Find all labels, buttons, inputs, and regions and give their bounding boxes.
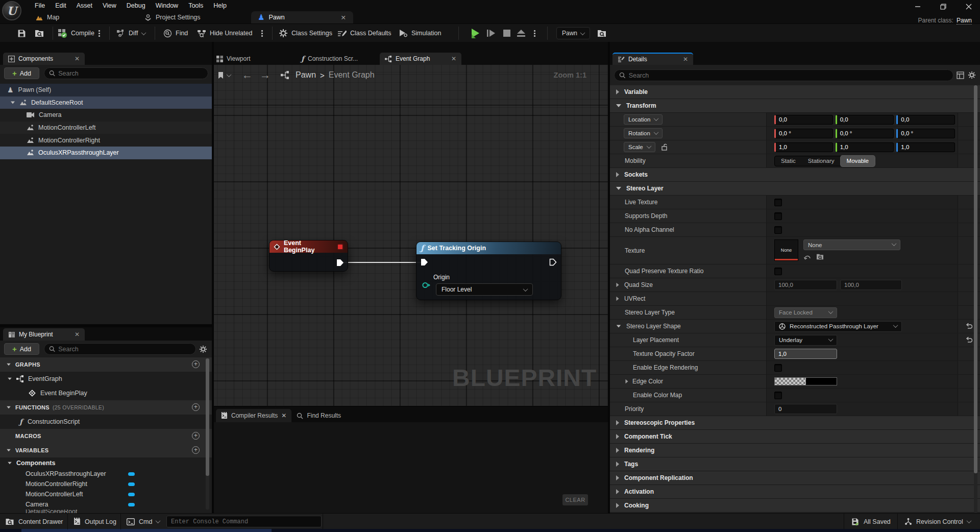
use-selected-icon[interactable] [803, 253, 811, 260]
stereo-layer-shape-dropdown[interactable]: Reconstructed Passthrough Layer [774, 321, 902, 332]
scrollbar[interactable] [206, 358, 209, 510]
scale-x-field[interactable]: 1,0 [774, 142, 833, 152]
location-y-field[interactable]: 0,0 [836, 115, 894, 125]
display-filter-icon[interactable] [957, 71, 964, 79]
stereo-layer-type-dropdown[interactable]: Face Locked [774, 307, 837, 318]
enable-color-map-checkbox[interactable] [774, 392, 782, 399]
graphs-section-header[interactable]: GRAPHS [0, 357, 212, 372]
location-x-field[interactable]: 0,0 [774, 115, 833, 125]
compile-button[interactable]: Compile [58, 24, 94, 42]
tree-row-defaultsceneroot[interactable]: DefaultSceneRoot [0, 96, 212, 109]
menu-debug[interactable]: Debug [121, 0, 151, 11]
constructionscript-row[interactable]: ƒ ConstructionScript [0, 415, 206, 429]
details-search[interactable] [614, 69, 953, 81]
variable-row[interactable]: MotionControllerRight [0, 479, 206, 489]
diff-button[interactable]: Diff [116, 24, 145, 42]
variable-row[interactable]: Camera [0, 499, 206, 510]
variable-visibility-pill[interactable] [128, 493, 135, 496]
close-panel-icon[interactable]: ✕ [75, 55, 80, 62]
rotation-y-field[interactable]: 0,0 ° [836, 129, 894, 138]
mobility-static[interactable]: Static [775, 156, 802, 166]
play-button[interactable] [470, 24, 481, 42]
scale-y-field[interactable]: 1,0 [836, 142, 894, 152]
section-stereoscopic-properties[interactable]: Stereoscopic Properties [610, 416, 980, 430]
close-tab-icon[interactable]: ✕ [451, 55, 456, 62]
lock-open-icon[interactable] [662, 143, 668, 151]
variable-row[interactable]: MotionControllerLeft [0, 489, 206, 499]
nav-back-icon[interactable]: ← [242, 70, 253, 80]
exec-out-pin[interactable] [549, 258, 557, 266]
add-macro-button[interactable]: + [192, 432, 200, 440]
hide-unrelated-button[interactable]: Hide Unrelated [197, 24, 252, 42]
cmd-dropdown[interactable]: Cmd [127, 514, 160, 529]
menu-edit[interactable]: Edit [50, 0, 71, 11]
revision-control-button[interactable]: Revision Control [904, 514, 971, 529]
restore-button[interactable] [940, 4, 946, 10]
add-component-button[interactable]: +Add [4, 67, 39, 79]
variable-visibility-pill[interactable] [128, 482, 135, 486]
scrollbar[interactable] [974, 85, 977, 513]
stop-button[interactable] [503, 24, 511, 42]
tab-pawn[interactable]: ♟ Pawn ✕ [251, 11, 353, 23]
macros-section-header[interactable]: MACROS [0, 429, 212, 443]
close-tab-icon[interactable]: ✕ [341, 14, 353, 21]
scale-type-dropdown[interactable]: Scale [624, 142, 655, 152]
section-cooking[interactable]: Cooking [610, 499, 980, 513]
simulation-button[interactable]: Simulation [399, 24, 441, 42]
close-tab-icon[interactable]: ✕ [281, 412, 286, 419]
menu-help[interactable]: Help [208, 0, 232, 11]
browse-asset-icon[interactable] [816, 253, 824, 260]
close-button[interactable] [966, 4, 972, 10]
tree-row-motioncontrollerright[interactable]: MotionControllerRight [0, 134, 212, 147]
section-stereo-layer[interactable]: Stereo Layer [610, 182, 980, 196]
find-button[interactable]: Find [163, 24, 188, 42]
event-graph-canvas[interactable]: ← → Pawn > Event Graph Zoom 1:1 BLUEPRIN… [214, 65, 608, 407]
details-search-input[interactable] [629, 72, 948, 79]
components-search[interactable] [44, 67, 208, 79]
close-panel-icon[interactable]: ✕ [75, 331, 80, 338]
tab-my-blueprint[interactable]: My Blueprint ✕ [3, 328, 85, 341]
tab-find-results[interactable]: Find Results [291, 409, 346, 422]
class-settings-button[interactable]: Class Settings [279, 24, 332, 42]
browse-pawn-button[interactable] [597, 24, 606, 42]
hide-unrelated-options[interactable] [261, 24, 263, 42]
location-type-dropdown[interactable]: Location [624, 114, 663, 125]
texture-thumbnail[interactable]: None [774, 239, 798, 261]
menu-view[interactable]: View [97, 0, 121, 11]
default-pawn-dropdown[interactable]: Pawn [556, 27, 590, 39]
variables-section-header[interactable]: VARIABLES [0, 443, 212, 457]
variable-row[interactable]: OculusXRPassthroughLayer [0, 469, 206, 479]
play-options[interactable] [534, 24, 535, 42]
breadcrumb-current[interactable]: Event Graph [329, 70, 375, 80]
section-transform[interactable]: Transform [610, 99, 980, 113]
components-category-row[interactable]: Components [0, 457, 206, 469]
tab-project-settings[interactable]: Project Settings [144, 11, 201, 23]
texture-opacity-field[interactable]: 1,0 [774, 349, 837, 359]
section-component-replication[interactable]: Component Replication [610, 471, 980, 485]
bookmark-icon[interactable] [217, 71, 224, 79]
menu-asset[interactable]: Asset [71, 0, 97, 11]
tab-map[interactable]: Map [36, 11, 59, 23]
my-blueprint-search-input[interactable] [58, 346, 191, 353]
location-z-field[interactable]: 0,0 [896, 115, 955, 125]
tab-viewport[interactable]: Viewport [210, 53, 292, 65]
scale-z-field[interactable]: 1,0 [896, 142, 955, 152]
frame-skip-button[interactable] [486, 24, 496, 42]
node-set-tracking-origin[interactable]: ƒ Set Tracking Origin Origin Floor Level [416, 241, 561, 300]
components-search-input[interactable] [58, 70, 203, 77]
quad-size-y-field[interactable]: 100,0 [840, 280, 902, 290]
tree-row-pawn[interactable]: ♟ Pawn (Self) [0, 84, 212, 96]
mobility-stationary[interactable]: Stationary [802, 156, 841, 166]
origin-dropdown[interactable]: Floor Level [436, 283, 533, 296]
tab-details[interactable]: Details ✕ [612, 53, 693, 65]
unreal-logo[interactable]: U [2, 1, 21, 20]
rotation-x-field[interactable]: 0,0 ° [774, 129, 833, 138]
add-blueprint-item-button[interactable]: +Add [4, 343, 39, 355]
eventgraph-row[interactable]: EventGraph [0, 372, 206, 386]
reset-to-default-icon[interactable] [966, 337, 972, 343]
save-button[interactable] [17, 24, 26, 42]
event-beginplay-row[interactable]: Event BeginPlay [0, 386, 206, 400]
add-graph-button[interactable]: + [192, 360, 200, 368]
edge-color-swatch[interactable] [774, 377, 837, 385]
priority-field[interactable]: 0 [774, 404, 837, 414]
